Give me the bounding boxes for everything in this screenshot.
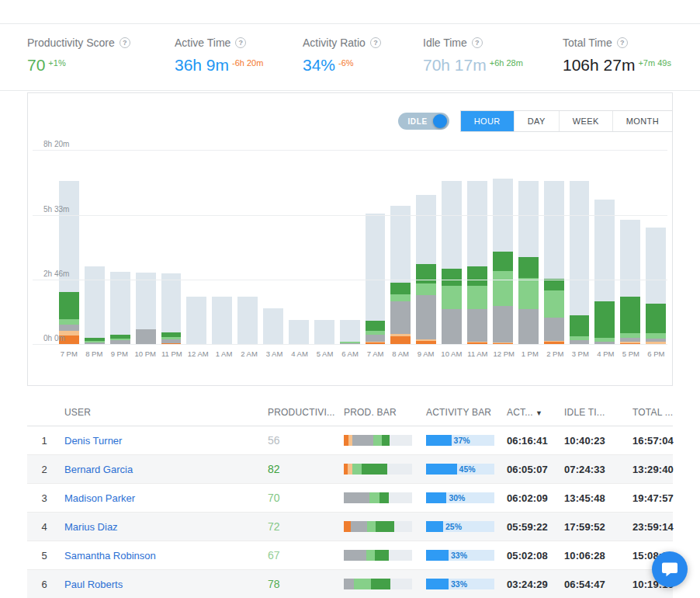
bar-segment xyxy=(493,306,513,343)
x-axis-label: 1 PM xyxy=(520,349,540,358)
col-active-time-header[interactable]: ACT...▼ xyxy=(496,407,553,418)
user-link[interactable]: Marius Diaz xyxy=(61,521,257,533)
chart-bar[interactable] xyxy=(110,272,130,345)
bar-segment xyxy=(646,333,666,339)
help-icon[interactable]: ? xyxy=(370,37,381,48)
help-icon[interactable]: ? xyxy=(617,37,628,48)
x-axis-label: 12 PM xyxy=(494,349,515,358)
activity-percent: 37% xyxy=(454,436,470,445)
chart-bar[interactable] xyxy=(467,181,487,345)
chart-bar[interactable] xyxy=(314,320,334,345)
prod-bar-segment xyxy=(344,492,369,503)
chart-bar[interactable] xyxy=(442,181,462,345)
col-idle-time-header[interactable]: IDLE TI... xyxy=(553,407,622,418)
bar-segment xyxy=(136,273,156,329)
users-table: USER PRODUCTIVI... PROD. BAR ACTIVITY BA… xyxy=(27,398,673,598)
table-row[interactable]: 4 Marius Diaz 72 25% 05:59:22 17:59:52 2… xyxy=(27,513,673,541)
chart-bar[interactable] xyxy=(212,297,232,345)
activity-fill xyxy=(426,464,457,475)
activity-fill xyxy=(426,579,449,589)
prod-bar xyxy=(344,521,412,532)
col-total-time-header[interactable]: TOTAL ... xyxy=(622,407,673,418)
user-link[interactable]: Samantha Robinson xyxy=(61,550,257,561)
idle-toggle[interactable]: IDLE xyxy=(398,113,449,130)
prod-bar-segment xyxy=(354,579,371,589)
bar-segment xyxy=(416,283,436,295)
total-time: 19:47:57 xyxy=(622,492,674,504)
active-time: 05:02:08 xyxy=(496,550,553,561)
stat-delta: +7m 49s xyxy=(638,58,671,68)
chart-bar[interactable] xyxy=(416,195,436,345)
activity-bar: 37% xyxy=(426,435,494,446)
chart-bar[interactable] xyxy=(620,220,640,345)
active-time: 06:02:09 xyxy=(496,492,553,504)
col-activity-bar-header[interactable]: ACTIVITY BAR xyxy=(415,407,496,418)
tab-hour[interactable]: HOUR xyxy=(461,111,514,131)
stats-bar: Productivity Score ? 70+1% Active Time ?… xyxy=(0,23,700,91)
chat-launcher-button[interactable] xyxy=(652,551,688,587)
table-row[interactable]: 3 Madison Parker 70 30% 06:02:09 13:45:4… xyxy=(27,484,673,513)
table-row[interactable]: 5 Samantha Robinson 67 33% 05:02:08 10:0… xyxy=(27,541,673,570)
stat-total-time: Total Time ? 106h 27m+7m 49s xyxy=(563,37,671,75)
productivity-score: 67 xyxy=(257,549,333,561)
rank: 4 xyxy=(27,521,61,533)
col-user-header[interactable]: USER xyxy=(61,407,257,418)
bar-segment xyxy=(390,206,411,283)
x-axis: 7 PM8 PM9 PM10 PM11 PM12 AM1 AM2 AM3 AM4… xyxy=(59,349,666,358)
help-icon[interactable]: ? xyxy=(472,37,483,48)
tab-day[interactable]: DAY xyxy=(514,111,559,131)
bar-segment xyxy=(416,195,436,264)
user-link[interactable]: Madison Parker xyxy=(61,492,257,504)
bar-segment xyxy=(518,181,539,257)
user-link[interactable]: Denis Turner xyxy=(61,435,257,447)
bar-segment xyxy=(544,318,564,341)
stat-activity-ratio: Activity Ratio ? 34%-6% xyxy=(303,37,423,75)
chart-bar[interactable] xyxy=(570,181,590,345)
chart-bar[interactable] xyxy=(493,179,513,345)
stat-label: Active Time xyxy=(175,37,230,49)
user-link[interactable]: Paul Roberts xyxy=(61,579,257,590)
chart-bar[interactable] xyxy=(544,181,564,345)
tab-month[interactable]: MONTH xyxy=(612,111,672,131)
table-row[interactable]: 6 Paul Roberts 78 33% 03:24:29 06:54:47 … xyxy=(27,570,673,598)
activity-percent: 45% xyxy=(459,464,476,474)
chart-bar[interactable] xyxy=(186,297,206,345)
productivity-score: 72 xyxy=(257,520,333,533)
prod-bar-segment xyxy=(362,464,387,475)
col-productivity-header[interactable]: PRODUCTIVI... xyxy=(257,407,333,418)
chart-bar[interactable] xyxy=(390,206,411,345)
prod-bar-segment xyxy=(352,435,373,446)
stat-active-time: Active Time ? 36h 9m-6h 20m xyxy=(175,37,303,75)
chart-bar[interactable] xyxy=(237,297,258,345)
table-row[interactable]: 2 Bernard Garcia 82 45% 06:05:07 07:24:3… xyxy=(27,455,673,484)
col-prod-bar-header[interactable]: PROD. BAR xyxy=(333,407,415,418)
prod-bar xyxy=(344,492,412,503)
table-row[interactable]: 1 Denis Turner 56 37% 06:16:41 10:40:23 … xyxy=(27,426,673,455)
sort-desc-icon[interactable]: ▼ xyxy=(535,409,542,417)
user-link[interactable]: Bernard Garcia xyxy=(61,464,257,475)
bar-segment xyxy=(59,292,79,319)
stat-value: 36h 9m xyxy=(175,56,229,74)
chart-bar[interactable] xyxy=(289,320,309,345)
tab-week[interactable]: WEEK xyxy=(559,111,612,131)
prod-bar-segment xyxy=(344,550,366,561)
x-axis-label: 4 AM xyxy=(289,349,310,358)
bar-segment xyxy=(518,278,539,309)
rank: 5 xyxy=(27,550,61,561)
time-chart-card: IDLE HOUR DAY WEEK MONTH 0h 0m2h 46m5h 3… xyxy=(27,92,673,386)
help-icon[interactable]: ? xyxy=(120,37,130,48)
chart-bar[interactable] xyxy=(594,200,615,345)
bar-segment xyxy=(646,228,666,304)
chart-bar[interactable] xyxy=(646,228,666,345)
total-time: 13:29:40 xyxy=(622,464,674,475)
prod-bar-segment xyxy=(371,579,390,589)
chart-bar[interactable] xyxy=(85,266,105,345)
chart-bar[interactable] xyxy=(161,273,182,345)
activity-fill xyxy=(426,521,443,532)
stat-value: 106h 27m xyxy=(563,56,635,74)
help-icon[interactable]: ? xyxy=(235,37,246,48)
chart-bar[interactable] xyxy=(263,308,283,345)
chart-bar[interactable] xyxy=(340,320,360,345)
chart-bar[interactable] xyxy=(518,181,539,345)
chart-bar[interactable] xyxy=(136,273,156,345)
